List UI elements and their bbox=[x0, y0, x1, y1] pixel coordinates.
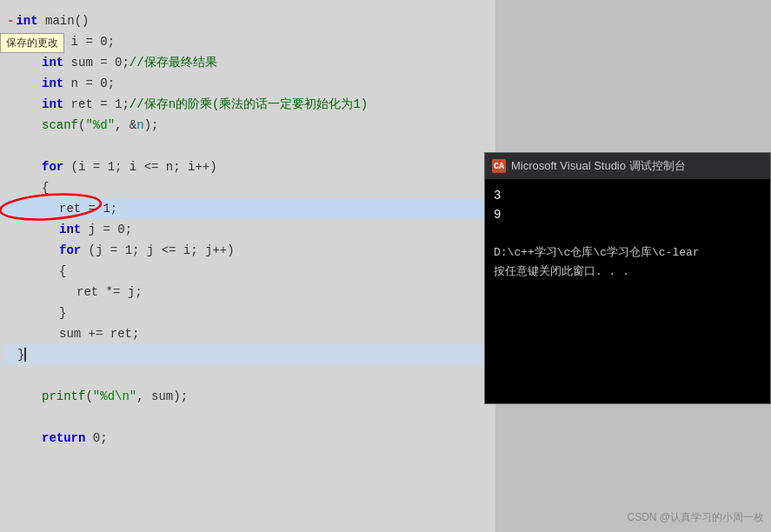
code-line: } bbox=[3, 303, 495, 323]
main-container: 保存的更改 - int main() int i = 0; int sum = … bbox=[0, 0, 771, 532]
code-text: (j = 1; j <= i; j++) bbox=[81, 243, 234, 257]
code-line: printf ( "%d\n" , sum); bbox=[3, 386, 495, 407]
vs-icon: CA bbox=[492, 159, 506, 173]
code-text: ret = 1; bbox=[59, 202, 117, 216]
code-text: i = 0; bbox=[63, 35, 115, 49]
code-text: ( bbox=[85, 389, 92, 403]
code-text: j = 0; bbox=[81, 223, 132, 236]
func-main: main() bbox=[38, 14, 90, 28]
cursor: | bbox=[24, 348, 26, 362]
console-output-line: 9 bbox=[494, 205, 761, 224]
code-text: & bbox=[130, 118, 136, 132]
console-title: Microsoft Visual Studio 调试控制台 bbox=[511, 158, 686, 174]
brace-open: { bbox=[42, 181, 49, 195]
code-line: int i = 0; bbox=[3, 31, 495, 52]
brace-close: } bbox=[17, 348, 24, 362]
code-line: int ret = 1; //保存n的阶乘(乘法的话一定要初始化为1) bbox=[3, 94, 495, 115]
kw-int: int bbox=[42, 97, 63, 111]
save-tooltip: 保存的更改 bbox=[0, 33, 64, 53]
code-text: sum += ret; bbox=[59, 327, 139, 341]
code-editor[interactable]: 保存的更改 - int main() int i = 0; int sum = … bbox=[0, 0, 495, 532]
brace-close: } bbox=[59, 306, 66, 320]
func-printf: printf bbox=[42, 389, 85, 403]
kw-for: for bbox=[59, 243, 81, 257]
code-line-empty bbox=[3, 365, 495, 386]
code-line: int sum = 0; //保存最终结果 bbox=[3, 52, 495, 73]
console-output-line bbox=[494, 224, 761, 243]
minus-marker: - bbox=[7, 14, 14, 28]
code-line: scanf ( "%d" , & n ); bbox=[3, 115, 495, 136]
code-text: ret = 1; bbox=[63, 97, 130, 111]
code-line-empty bbox=[3, 407, 495, 428]
code-line: int j = 0; bbox=[3, 219, 495, 240]
code-text: ret *= j; bbox=[76, 285, 143, 299]
comment: //保存n的阶乘(乘法的话一定要初始化为1) bbox=[130, 96, 368, 112]
code-text: sum = 0; bbox=[63, 56, 130, 70]
code-text: ); bbox=[144, 118, 159, 132]
code-text: (i = 1; i <= n; i++) bbox=[63, 160, 216, 174]
console-body: 3 9 D:\c++学习\c仓库\c学习仓库\c-lear 按任意键关闭此窗口.… bbox=[485, 179, 770, 403]
watermark: CSDN @认真学习的小周一枚 bbox=[627, 510, 764, 525]
console-close-prompt: 按任意键关闭此窗口. . . bbox=[494, 263, 761, 282]
code-text: n = 0; bbox=[63, 76, 115, 90]
code-text: , sum); bbox=[136, 389, 188, 403]
code-content: - int main() int i = 0; int sum = 0; //保… bbox=[0, 0, 495, 532]
code-line: - int main() bbox=[3, 10, 495, 31]
string-literal: "%d" bbox=[85, 118, 115, 132]
code-line: for (j = 1; j <= i; j++) bbox=[3, 240, 495, 261]
code-line: return 0; bbox=[3, 428, 495, 449]
code-text: , bbox=[115, 118, 130, 132]
console-window[interactable]: CA Microsoft Visual Studio 调试控制台 3 9 D:\… bbox=[484, 152, 771, 404]
var-n: n bbox=[136, 118, 143, 132]
console-titlebar: CA Microsoft Visual Studio 调试控制台 bbox=[485, 153, 770, 179]
code-line: ret *= j; bbox=[3, 282, 495, 303]
brace-open: { bbox=[59, 264, 66, 278]
kw-int: int bbox=[42, 56, 63, 70]
kw-return: return bbox=[42, 431, 85, 445]
code-line-ret: ret = 1; bbox=[3, 198, 495, 219]
code-line: for (i = 1; i <= n; i++) bbox=[3, 156, 495, 177]
kw-int: int bbox=[59, 223, 81, 236]
code-line: { bbox=[3, 177, 495, 198]
code-line-cursor: } | bbox=[3, 344, 495, 365]
console-output-line: 3 bbox=[494, 186, 761, 205]
func-scanf: scanf bbox=[42, 118, 78, 132]
code-text: ( bbox=[78, 118, 85, 132]
kw-int: int bbox=[42, 76, 63, 90]
kw-for: for bbox=[42, 160, 63, 174]
console-path-line: D:\c++学习\c仓库\c学习仓库\c-lear bbox=[494, 243, 761, 263]
code-line: { bbox=[3, 261, 495, 282]
comment: //保存最终结果 bbox=[130, 55, 217, 70]
code-line: int n = 0; bbox=[3, 73, 495, 94]
keyword-int: int bbox=[16, 14, 37, 28]
code-text: 0; bbox=[85, 431, 107, 445]
code-line: sum += ret; bbox=[3, 323, 495, 344]
string-literal: "%d\n" bbox=[93, 389, 136, 403]
code-line-empty bbox=[3, 136, 495, 156]
